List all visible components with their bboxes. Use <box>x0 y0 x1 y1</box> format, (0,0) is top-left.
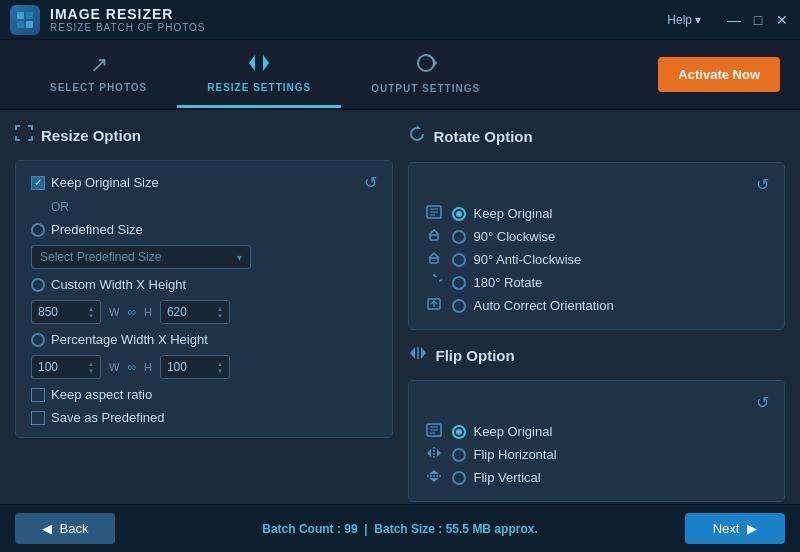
custom-wh-inputs-row: 850 ▲ ▼ W ∞ H 620 ▲ ▼ <box>31 300 377 324</box>
custom-wh-radio[interactable] <box>31 278 45 292</box>
next-button[interactable]: Next ▶ <box>685 513 785 544</box>
svg-marker-18 <box>410 347 415 359</box>
rotate-90cw-radio[interactable] <box>452 230 466 244</box>
keep-original-size-check[interactable]: Keep Original Size <box>31 175 159 190</box>
flip-header-row: ↺ <box>424 393 770 412</box>
back-chevron-icon: ◀ <box>42 521 52 536</box>
keep-aspect-ratio-check[interactable]: Keep aspect ratio <box>31 387 152 402</box>
width-input[interactable]: 850 ▲ ▼ <box>31 300 101 324</box>
back-button[interactable]: ◀ Back <box>15 513 115 544</box>
main-content: Resize Option Keep Original Size ↺ OR Pr… <box>0 110 800 504</box>
tab-select-photos[interactable]: ↗ SELECT PHOTOS <box>20 40 177 108</box>
height-value: 620 <box>167 305 187 319</box>
svg-marker-8 <box>417 125 421 129</box>
rotate-180-item[interactable]: 180° Rotate <box>424 271 770 294</box>
back-label: Back <box>60 521 89 536</box>
pct-height-up[interactable]: ▲ <box>217 361 223 367</box>
svg-marker-15 <box>434 274 437 277</box>
app-title-group: IMAGE RESIZER RESIZE BATCH OF PHOTOS <box>50 6 206 33</box>
svg-marker-4 <box>249 55 255 71</box>
height-up-arrow[interactable]: ▲ <box>217 306 223 312</box>
rotate-section-title: Rotate Option <box>408 125 786 147</box>
percentage-inputs-row: 100 ▲ ▼ W ∞ H 100 ▲ ▼ <box>31 355 377 379</box>
rotate-reset-button[interactable]: ↺ <box>756 175 769 194</box>
window-controls: — □ ✕ <box>726 12 790 28</box>
percent-width-input[interactable]: 100 ▲ ▼ <box>31 355 101 379</box>
output-settings-icon <box>415 52 437 79</box>
pct-h-label: H <box>144 361 152 373</box>
rotate-90acw-item[interactable]: 90° Anti-Clockwise <box>424 248 770 271</box>
rotate-auto-label: Auto Correct Orientation <box>474 298 614 313</box>
height-label: H <box>144 306 152 318</box>
flip-horizontal-radio[interactable] <box>452 448 466 462</box>
svg-marker-19 <box>421 347 426 359</box>
keep-aspect-ratio-label: Keep aspect ratio <box>51 387 152 402</box>
pct-height-down[interactable]: ▼ <box>217 368 223 374</box>
rotate-180-icon <box>424 274 444 291</box>
rotate-section-icon <box>408 125 426 147</box>
save-predefined-check[interactable]: Save as Predefined <box>31 410 164 425</box>
rotate-180-radio[interactable] <box>452 276 466 290</box>
help-button[interactable]: Help ▾ <box>667 13 701 27</box>
percent-height-input[interactable]: 100 ▲ ▼ <box>160 355 230 379</box>
maximize-button[interactable]: □ <box>750 12 766 28</box>
rotate-keep-original-radio[interactable] <box>452 207 466 221</box>
width-down-arrow[interactable]: ▼ <box>88 313 94 319</box>
rotate-auto-radio[interactable] <box>452 299 466 313</box>
svg-marker-29 <box>429 470 439 474</box>
flip-vertical-item[interactable]: Flip Vertical <box>424 466 770 489</box>
resize-reset-button[interactable]: ↺ <box>364 173 377 192</box>
flip-keep-original-item[interactable]: Keep Original <box>424 420 770 443</box>
rotate-keep-original-item[interactable]: Keep Original <box>424 202 770 225</box>
rotate-title-text: Rotate Option <box>434 128 533 145</box>
width-up-arrow[interactable]: ▲ <box>88 306 94 312</box>
svg-marker-26 <box>427 449 431 457</box>
keep-original-size-label: Keep Original Size <box>51 175 159 190</box>
resize-settings-icon <box>247 53 271 78</box>
width-spinner[interactable]: ▲ ▼ <box>88 306 94 319</box>
height-spinner[interactable]: ▲ ▼ <box>217 306 223 319</box>
svg-rect-0 <box>17 12 24 19</box>
flip-horizontal-item[interactable]: Flip Horizontal <box>424 443 770 466</box>
flip-keep-original-radio[interactable] <box>452 425 466 439</box>
keep-aspect-ratio-checkbox[interactable] <box>31 388 45 402</box>
app-logo <box>10 5 40 35</box>
height-down-arrow[interactable]: ▼ <box>217 313 223 319</box>
pct-width-down[interactable]: ▼ <box>88 368 94 374</box>
percentage-wh-label: Percentage Width X Height <box>51 332 208 347</box>
predefined-size-radio[interactable] <box>31 223 45 237</box>
custom-wh-radio-row[interactable]: Custom Width X Height <box>31 277 186 292</box>
percentage-wh-radio[interactable] <box>31 333 45 347</box>
rotate-auto-item[interactable]: Auto Correct Orientation <box>424 294 770 317</box>
tab-resize-settings-label: RESIZE SETTINGS <box>207 82 311 93</box>
rotate-90cw-item[interactable]: 90° Clockwise <box>424 225 770 248</box>
keep-original-size-checkbox[interactable] <box>31 176 45 190</box>
resize-panel: Resize Option Keep Original Size ↺ OR Pr… <box>15 125 393 489</box>
rotate-90cw-icon <box>424 228 444 245</box>
height-input[interactable]: 620 ▲ ▼ <box>160 300 230 324</box>
percentage-wh-radio-row[interactable]: Percentage Width X Height <box>31 332 208 347</box>
percent-width-value: 100 <box>38 360 58 374</box>
flip-reset-button[interactable]: ↺ <box>756 393 769 412</box>
pct-height-spinner[interactable]: ▲ ▼ <box>217 361 223 374</box>
tab-resize-settings[interactable]: RESIZE SETTINGS <box>177 40 341 108</box>
predefined-size-select[interactable]: Select Predefined Size ▾ <box>31 245 251 269</box>
rotate-keep-original-icon <box>424 205 444 222</box>
pct-width-spinner[interactable]: ▲ ▼ <box>88 361 94 374</box>
svg-marker-5 <box>263 55 269 71</box>
predefined-size-radio-row[interactable]: Predefined Size <box>31 222 143 237</box>
flip-section-icon <box>408 345 428 365</box>
minimize-button[interactable]: — <box>726 12 742 28</box>
save-predefined-checkbox[interactable] <box>31 411 45 425</box>
close-button[interactable]: ✕ <box>774 12 790 28</box>
save-predefined-label: Save as Predefined <box>51 410 164 425</box>
tab-output-settings[interactable]: OUTPUT SETTINGS <box>341 40 510 108</box>
svg-rect-13 <box>430 235 438 240</box>
activate-now-button[interactable]: Activate Now <box>658 57 780 92</box>
percent-height-value: 100 <box>167 360 187 374</box>
rotate-180-label: 180° Rotate <box>474 275 543 290</box>
batch-size-value: 55.5 MB approx. <box>446 522 538 536</box>
flip-vertical-radio[interactable] <box>452 471 466 485</box>
pct-width-up[interactable]: ▲ <box>88 361 94 367</box>
rotate-90acw-radio[interactable] <box>452 253 466 267</box>
